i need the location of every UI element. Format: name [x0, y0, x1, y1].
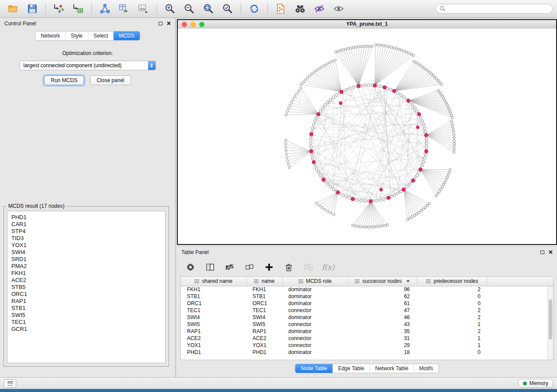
window-maximize-icon[interactable]: [199, 22, 204, 27]
table-row[interactable]: SWI5SWI5connector431: [181, 321, 553, 328]
deselect-all-rows-button[interactable]: [243, 261, 256, 274]
table-panel-tabs: Node Table Edge Table Network Table Moti…: [295, 364, 439, 373]
column-header-shared-name[interactable]: shared name: [181, 277, 246, 286]
mcds-node[interactable]: CAR1: [11, 221, 161, 228]
export-image-button[interactable]: [135, 2, 152, 16]
add-row-button[interactable]: [263, 261, 276, 274]
mcds-node[interactable]: PMA2: [11, 263, 161, 270]
table-row[interactable]: PHD1PHD1dominator180: [181, 349, 553, 356]
panel-menu-button[interactable]: [4, 379, 16, 388]
show-columns-button[interactable]: [204, 261, 217, 274]
table-cell: ACE2: [181, 335, 246, 342]
run-mcds-button[interactable]: Run MCDS: [44, 76, 84, 85]
function-builder-button[interactable]: f(x): [322, 261, 335, 274]
search-input[interactable]: [448, 5, 549, 12]
criterion-select[interactable]: largest connected component (undirected): [20, 61, 156, 70]
table-cell: 29: [348, 342, 417, 349]
zoom-in-icon: [164, 3, 176, 14]
table-cell: 18: [348, 349, 417, 356]
mcds-result-list[interactable]: PHD1CAR1STP4TID3YOX1SWI4SRD1PMA2FKH1ACE2…: [7, 211, 166, 363]
network-view[interactable]: [178, 29, 556, 244]
mcds-node[interactable]: ACE2: [11, 277, 161, 284]
window-close-icon[interactable]: [182, 22, 187, 27]
zoom-fit-button[interactable]: [200, 2, 217, 16]
table-row[interactable]: ACE2ACE2connector311: [181, 335, 553, 342]
column-header-name[interactable]: name: [246, 277, 282, 286]
import-table-button[interactable]: [69, 2, 87, 16]
network-canvas[interactable]: [178, 29, 556, 244]
table-row[interactable]: TEC1TEC1connector472: [181, 307, 553, 314]
export-table-button[interactable]: [115, 2, 133, 16]
apply-style-button[interactable]: [311, 2, 328, 16]
save-session-button[interactable]: [24, 2, 41, 16]
tab-node-table[interactable]: Node Table: [295, 364, 332, 373]
zoom-out-button[interactable]: [180, 2, 198, 16]
toggle-visibility-button[interactable]: [330, 2, 347, 16]
mcds-node[interactable]: FKH1: [11, 270, 161, 277]
search-field[interactable]: [436, 4, 553, 14]
search-objects-button[interactable]: [291, 2, 309, 16]
table-cell: dominator: [282, 286, 348, 293]
tab-select[interactable]: Select: [88, 31, 113, 40]
tab-motifs[interactable]: Motifs: [414, 364, 439, 373]
mcds-node[interactable]: STB5: [11, 284, 161, 291]
table-settings-button[interactable]: [184, 261, 197, 274]
scrollbar-thumb[interactable]: [549, 299, 552, 340]
memory-button[interactable]: Memory: [518, 379, 553, 388]
refresh-view-button[interactable]: [246, 2, 263, 16]
mcds-node[interactable]: ORC1: [11, 291, 161, 298]
import-network-button[interactable]: [50, 2, 68, 16]
zoom-in-button[interactable]: [161, 2, 179, 16]
close-panel-icon[interactable]: ×: [549, 249, 553, 256]
mcds-node[interactable]: PHD1: [11, 214, 161, 221]
tab-edge-table[interactable]: Edge Table: [332, 364, 370, 373]
table-cell: SWI4: [246, 314, 282, 321]
import-network-icon: [53, 3, 65, 14]
mcds-node[interactable]: STP4: [11, 228, 161, 235]
table-row[interactable]: FKH1FKH1dominator962: [181, 286, 553, 293]
column-header-successor-nodes[interactable]: successor nodes: [348, 277, 417, 286]
column-icon: [298, 279, 303, 283]
tab-style[interactable]: Style: [65, 31, 88, 40]
new-network-button[interactable]: [96, 2, 114, 16]
clear-table-button[interactable]: [302, 261, 315, 274]
share-document-button[interactable]: [272, 2, 290, 16]
table-cell: connector: [282, 342, 348, 349]
close-panel-icon[interactable]: ×: [167, 20, 171, 27]
table-row[interactable]: STB1STB1dominator620: [181, 293, 553, 300]
table-row[interactable]: RAP1RAP1dominator352: [181, 328, 553, 335]
table-row[interactable]: SWI4SWI4dominator462: [181, 314, 553, 321]
mcds-node[interactable]: STB1: [11, 305, 161, 312]
select-all-rows-button[interactable]: [223, 261, 236, 274]
network-window: YPA_prune.txt_1: [177, 19, 557, 245]
mcds-node[interactable]: GCR1: [11, 326, 161, 333]
delete-row-button[interactable]: [282, 261, 295, 274]
control-panel-titlebar: Control Panel ×: [0, 18, 175, 29]
float-panel-icon[interactable]: [159, 22, 163, 25]
window-minimize-icon[interactable]: [190, 22, 196, 27]
tab-network[interactable]: Network: [35, 31, 65, 40]
column-header-predecessor-nodes[interactable]: predecessor nodes: [417, 277, 488, 286]
table-row[interactable]: ORC1ORC1dominator610: [181, 300, 553, 307]
table-scrollbar[interactable]: [547, 286, 553, 360]
mcds-node[interactable]: RAP1: [11, 298, 161, 305]
tab-network-table[interactable]: Network Table: [370, 364, 414, 373]
app-window: Control Panel × Network Style Select MCD…: [0, 0, 557, 389]
close-panel-button[interactable]: Close panel: [90, 76, 131, 85]
search-icon: [439, 6, 446, 12]
table-row[interactable]: YOX1YOX1connector291: [181, 342, 553, 349]
export-image-icon: [138, 3, 149, 14]
mcds-node[interactable]: SRD1: [11, 256, 161, 263]
tab-mcds[interactable]: MCDS: [113, 31, 139, 40]
column-header-mcds-role[interactable]: MCDS role: [282, 277, 348, 286]
float-panel-icon[interactable]: [540, 251, 544, 254]
column-icon: [194, 279, 199, 283]
mcds-node[interactable]: TEC1: [11, 319, 161, 326]
mcds-node[interactable]: TID3: [11, 235, 161, 242]
open-session-button[interactable]: [4, 2, 22, 16]
table-cell: connector: [282, 307, 348, 314]
mcds-node[interactable]: YOX1: [11, 242, 161, 249]
mcds-node[interactable]: SWI5: [11, 312, 161, 319]
mcds-node[interactable]: SWI4: [11, 249, 161, 256]
zoom-selected-button[interactable]: [219, 2, 236, 16]
